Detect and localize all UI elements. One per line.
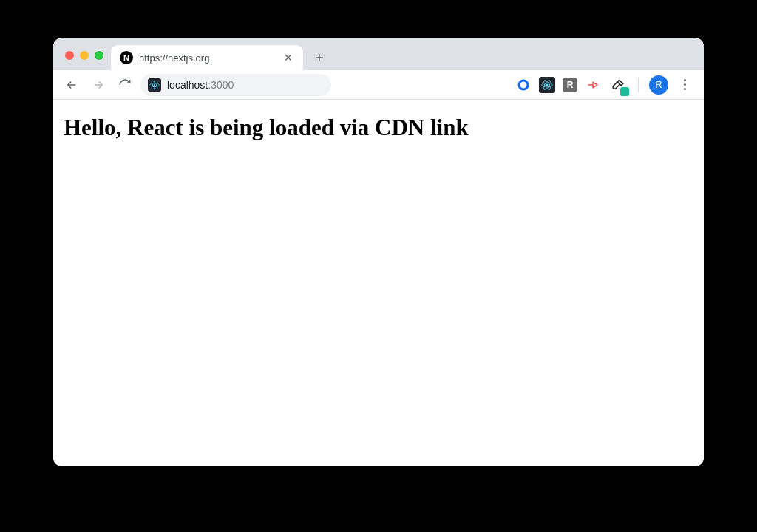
svg-point-0 [154,83,156,86]
window-close-button[interactable] [65,51,74,60]
color-picker-badge [620,87,629,96]
toolbar-separator [638,78,639,92]
window-zoom-button[interactable] [95,51,103,60]
browser-menu-button[interactable] [676,79,693,90]
plus-icon [313,52,325,64]
browser-toolbar: localhost:3000 R [53,70,704,100]
profile-avatar[interactable]: R [649,75,668,95]
browser-tab[interactable]: N https://nextjs.org ✕ [111,45,303,70]
page-viewport[interactable]: Hello, React is being loaded via CDN lin… [53,100,704,466]
extension-r-badge[interactable]: R [563,78,577,92]
new-tab-button[interactable] [309,47,330,68]
tab-close-button[interactable]: ✕ [282,52,294,64]
browser-window: N https://nextjs.org ✕ [53,38,704,466]
react-devtools-icon [541,79,553,91]
svg-point-5 [546,83,549,86]
arrow-right-icon [92,78,105,92]
address-bar[interactable]: localhost:3000 [140,74,331,96]
page-heading: Hello, React is being loaded via CDN lin… [64,115,693,141]
tab-strip: N https://nextjs.org ✕ [53,38,704,70]
forward-button[interactable] [87,74,109,96]
reload-icon [118,78,132,92]
tab-title: https://nextjs.org [139,52,276,64]
extension-circle-blue[interactable] [515,77,532,93]
window-minimize-button[interactable] [80,51,89,60]
svg-point-4 [519,81,528,89]
kebab-dot-icon [684,88,686,90]
tab-favicon: N [120,51,133,64]
url-port: :3000 [208,79,234,91]
kebab-dot-icon [684,79,686,81]
url-text: localhost:3000 [167,79,234,91]
back-button[interactable] [61,74,83,96]
tab-favicon-letter: N [123,53,129,62]
close-icon: ✕ [284,52,293,63]
extension-icons: R R [515,75,696,95]
window-controls [61,51,111,70]
url-host: localhost [167,79,208,91]
circle-blue-icon [517,78,530,92]
react-icon [149,80,160,90]
extension-react-devtools[interactable] [539,77,555,93]
site-info-icon[interactable] [148,78,161,92]
extension-color-picker[interactable] [608,75,628,95]
reload-button[interactable] [114,74,136,96]
r-badge-icon: R [567,80,574,90]
extension-red-arrow[interactable] [585,77,601,93]
profile-letter: R [655,79,662,90]
red-arrow-icon [586,78,600,92]
arrow-left-icon [65,78,78,92]
kebab-dot-icon [684,83,686,86]
